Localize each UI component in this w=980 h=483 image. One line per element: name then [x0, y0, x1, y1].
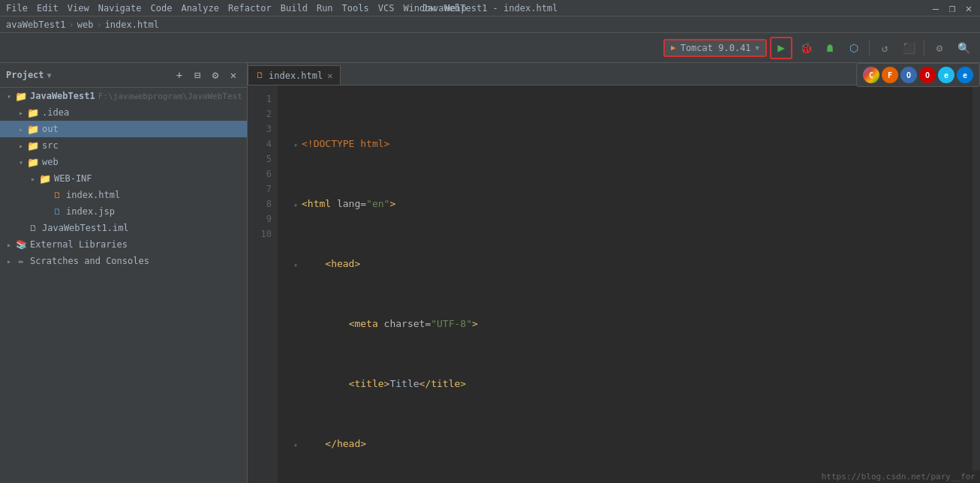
code-content[interactable]: ▾ <!DOCTYPE html> ▾ <html lang="en"> ▾ <… [278, 86, 972, 483]
fold-arrow-1[interactable]: ▾ [290, 138, 302, 150]
coverage-button[interactable]: ☗ [819, 38, 840, 58]
tree-item-indexjsp[interactable]: ▸ 🗋 index.jsp [0, 203, 247, 220]
html-file-icon: 🗋 [51, 189, 63, 201]
tree-item-root[interactable]: ▾ 📁 JavaWebTest1 F:\javawebprogram\JavaW… [0, 88, 247, 104]
tree-item-idea[interactable]: ▸ 📁 .idea [0, 104, 247, 121]
code-editor[interactable]: 1 2 3 4 5 6 7 8 9 10 ▾ <!DOCTYPE html> [248, 86, 980, 483]
folder-icon-webinf: 📁 [39, 172, 51, 184]
breadcrumb-web[interactable]: web [77, 20, 94, 30]
code-line-6: ▾ </head> [290, 436, 972, 452]
code-lang-attr: lang [337, 196, 360, 212]
menu-file[interactable]: File [6, 3, 28, 14]
run-config-dropdown-icon: ▼ [756, 44, 759, 52]
jsp-file-icon: 🗋 [51, 206, 63, 218]
code-doctype: <!DOCTYPE html> [302, 136, 389, 152]
toolbar-right: ▶ Tomcat 9.0.41 ▼ ▶ 🐞 ☗ ⬡ ↺ ⬛ [663, 37, 974, 59]
sidebar-header: Project ▼ + ⊟ ⚙ ✕ [0, 63, 247, 88]
edge-button[interactable]: e [957, 67, 973, 83]
ie-button[interactable]: e [938, 67, 954, 83]
tab-close-button[interactable]: ✕ [327, 70, 332, 81]
main-toolbar: ▶ Tomcat 9.0.41 ▼ ▶ 🐞 ☗ ⬡ ↺ ⬛ [0, 33, 980, 63]
rerun-button[interactable]: ↺ [874, 38, 895, 58]
code-line-4: <meta charset="UTF-8"> [290, 316, 972, 332]
no-fold-4 [290, 318, 302, 330]
window-controls: — ❒ ✕ [930, 3, 974, 14]
browser-toolbar: C F O O e e [856, 63, 980, 87]
profile-icon: ⬡ [849, 42, 858, 54]
tree-label-webinf: WEB-INF [54, 173, 92, 184]
opera-button[interactable]: O [900, 67, 917, 83]
run-button[interactable]: ▶ [770, 37, 792, 59]
build-icon: ⚙ [936, 42, 942, 54]
toolbar-separator [869, 40, 870, 56]
chevron-right-icon-out: ▸ [15, 123, 27, 135]
minimize-button[interactable]: — [930, 3, 941, 14]
tree-label-idea: .idea [42, 107, 69, 118]
main-area: Project ▼ + ⊟ ⚙ ✕ ▾ 📁 JavaWebTest1 F:\ja… [0, 63, 980, 483]
fold-arrow-2[interactable]: ▾ [290, 198, 302, 210]
no-fold-5 [290, 378, 302, 390]
tree-item-extlibs[interactable]: ▸ 📚 External Libraries [0, 236, 247, 253]
opera-red-button[interactable]: O [919, 67, 936, 83]
tab-indexhtml[interactable]: 🗋 index.html ✕ [248, 65, 341, 85]
menu-tools[interactable]: Tools [342, 3, 369, 14]
menu-navigate[interactable]: Navigate [98, 3, 142, 14]
menu-code[interactable]: Code [151, 3, 173, 14]
maximize-button[interactable]: ❒ [947, 3, 957, 14]
code-line-2: ▾ <html lang="en"> [290, 196, 972, 212]
menu-build[interactable]: Build [281, 3, 308, 14]
new-file-button[interactable]: + [172, 68, 187, 82]
collapse-button[interactable]: ⊟ [190, 68, 205, 82]
folder-icon-src: 📁 [27, 140, 39, 152]
iml-file-icon: 🗋 [27, 222, 39, 234]
close-button[interactable]: ✕ [963, 3, 974, 14]
editor-scrollbar-right[interactable] [972, 86, 980, 483]
tree-path-root: F:\javawebprogram\JavaWebTest [98, 92, 242, 101]
menu-bar: File Edit View Navigate Code Analyze Ref… [6, 3, 467, 14]
fold-arrow-3[interactable]: ▾ [290, 258, 302, 270]
menu-refactor[interactable]: Refactor [228, 3, 272, 14]
chevron-down-icon-web: ▾ [15, 156, 27, 168]
menu-vcs[interactable]: VCS [378, 3, 395, 14]
tree-item-web[interactable]: ▾ 📁 web [0, 154, 247, 170]
tree-item-iml[interactable]: ▸ 🗋 JavaWebTest1.iml [0, 220, 247, 236]
tree-item-src[interactable]: ▸ 📁 src [0, 137, 247, 154]
breadcrumb-project[interactable]: avaWebTest1 [6, 20, 65, 30]
project-sidebar: Project ▼ + ⊟ ⚙ ✕ ▾ 📁 JavaWebTest1 F:\ja… [0, 63, 248, 483]
menu-run[interactable]: Run [317, 3, 333, 14]
close-sidebar-button[interactable]: ✕ [226, 68, 241, 82]
menu-view[interactable]: View [68, 3, 89, 14]
profile-button[interactable]: ⬡ [843, 38, 864, 58]
run-config-button[interactable]: ▶ Tomcat 9.0.41 ▼ [663, 39, 767, 57]
tree-item-out[interactable]: ▸ 📁 out [0, 121, 247, 137]
chevron-down-icon: ▾ [3, 90, 15, 102]
chrome-button[interactable]: C [863, 67, 879, 83]
tree-item-indexhtml[interactable]: ▸ 🗋 index.html [0, 187, 247, 203]
toolbar-separator-2 [924, 40, 924, 56]
tree-item-webinf[interactable]: ▸ 📁 WEB-INF [0, 170, 247, 187]
tree-label-scratches: Scratches and Consoles [30, 256, 149, 266]
editor-area: C F O O e e � [248, 63, 980, 483]
stop-icon: ⬛ [903, 42, 915, 54]
settings-button[interactable]: ⚙ [208, 68, 223, 82]
tab-html-icon: 🗋 [256, 70, 264, 80]
build-button[interactable]: ⚙ [929, 38, 950, 58]
sidebar-actions: + ⊟ ⚙ ✕ [172, 68, 241, 82]
breadcrumb-file[interactable]: index.html [105, 20, 159, 30]
folder-icon-out: 📁 [27, 123, 39, 135]
coverage-icon: ☗ [827, 42, 833, 54]
code-line-1: ▾ <!DOCTYPE html> [290, 136, 972, 152]
tree-item-scratches[interactable]: ▸ ✏ Scratches and Consoles [0, 253, 247, 269]
fold-arrow-6[interactable]: ▾ [290, 438, 302, 450]
window-title: JavaWebTest1 - index.html [422, 3, 558, 14]
stop-button[interactable]: ⬛ [898, 38, 919, 58]
sidebar-dropdown-icon[interactable]: ▼ [47, 71, 52, 80]
menu-analyze[interactable]: Analyze [181, 3, 219, 14]
search-button[interactable]: 🔍 [953, 38, 974, 58]
extlibs-icon: 📚 [15, 238, 27, 250]
code-html-open: <html [302, 196, 337, 212]
debug-button[interactable]: 🐞 [795, 38, 816, 58]
menu-edit[interactable]: Edit [37, 3, 59, 14]
run-config-label: Tomcat 9.0.41 [681, 43, 751, 53]
firefox-button[interactable]: F [882, 67, 898, 83]
